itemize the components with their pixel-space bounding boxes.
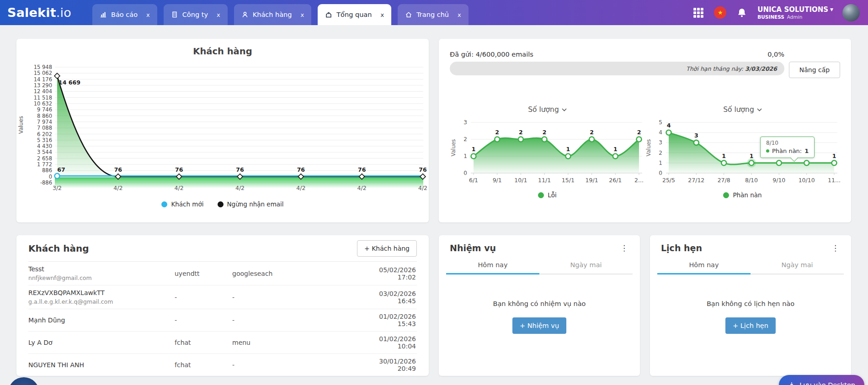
svg-text:Values: Values (450, 139, 457, 157)
svg-text:0: 0 (659, 170, 662, 176)
tasks-empty-text: Bạn không có nhiệm vụ nào (493, 300, 586, 307)
legend-item[interactable]: Ngừng nhận email (218, 200, 284, 208)
notifications-bell-icon[interactable] (735, 6, 748, 19)
tab-close-icon[interactable]: x (458, 11, 461, 18)
customers-table-body: Tesstnnfjkewnf@gmail.comuyendttgooglesea… (28, 262, 417, 376)
svg-text:2: 2 (659, 150, 662, 156)
errors-area-chart[interactable]: 0123122212126/19/110/111/115/119/126/12.… (450, 116, 645, 188)
svg-text:10/10: 10/10 (799, 177, 815, 184)
chat-fab-button[interactable] (8, 377, 39, 385)
svg-text:11 518: 11 518 (34, 95, 52, 101)
building-icon (171, 11, 178, 18)
svg-text:4/2: 4/2 (357, 185, 367, 191)
customers-line-chart[interactable]: 15 94815 06214 17613 29012 40411 51810 6… (16, 60, 429, 197)
svg-text:3: 3 (694, 132, 698, 139)
svg-text:2 658: 2 658 (37, 155, 52, 162)
save-to-desktop-button[interactable]: Lưu vào Desktop (779, 375, 864, 385)
app-logo[interactable]: Salekit.io (7, 5, 71, 20)
svg-text:1: 1 (472, 146, 476, 153)
svg-text:76: 76 (175, 166, 183, 173)
upgrade-button[interactable]: Nâng cấp (789, 62, 840, 78)
appointments-empty-text: Bạn không có lịch hẹn nào (707, 300, 794, 307)
email-progress-bar: Thời hạn tháng này: 3/03/2026 (450, 62, 784, 75)
tab-tasks-today[interactable]: Hôm nay (446, 258, 539, 274)
svg-text:Values: Values (645, 139, 652, 157)
avatar[interactable] (842, 4, 860, 21)
svg-text:1: 1 (613, 146, 618, 153)
svg-text:13 290: 13 290 (34, 82, 52, 89)
tab-bao-cao[interactable]: Báo cáox (92, 4, 157, 25)
svg-text:2...: 2... (634, 177, 644, 184)
home-icon (405, 11, 412, 18)
complaints-chart-legend[interactable]: Phàn nàn (645, 191, 840, 199)
complaints-chart-metric-dropdown[interactable]: Số lượng (645, 105, 840, 116)
main-content: Khách hàng 15 94815 06214 17613 29012 40… (0, 25, 868, 376)
svg-text:25/5: 25/5 (662, 177, 675, 184)
errors-chart-legend[interactable]: Lỗi (450, 191, 645, 199)
chevron-down-icon: ▼ (830, 7, 833, 12)
overview-icon (325, 11, 332, 18)
svg-text:76: 76 (114, 166, 122, 173)
tab-tasks-tomorrow[interactable]: Ngày mai (539, 258, 633, 274)
apps-grid-icon[interactable] (692, 6, 705, 19)
chevron-down-icon (562, 108, 567, 111)
customer-row[interactable]: Tesstnnfjkewnf@gmail.comuyendttgooglesea… (28, 262, 417, 285)
emails-sent-label: Đã gửi: 4/600,000 emails (450, 51, 533, 58)
svg-text:3/2: 3/2 (53, 185, 62, 191)
tab-appointments-tomorrow[interactable]: Ngày mai (751, 258, 844, 274)
svg-text:15 948: 15 948 (34, 64, 52, 70)
svg-text:2: 2 (543, 129, 547, 136)
tab-close-icon[interactable]: x (217, 11, 220, 18)
add-customer-button[interactable]: + Khách hàng (357, 240, 417, 257)
svg-text:0: 0 (463, 170, 467, 176)
legend-item[interactable]: Khách mới (161, 200, 203, 208)
tab-close-icon[interactable]: x (301, 11, 304, 18)
tab-trang-chu[interactable]: Trang chủx (398, 4, 469, 25)
customer-row[interactable]: REXzVXBQPAMXLawkTTg.a.ll.e.g.kl.er.k.q@g… (28, 285, 417, 309)
svg-text:7 088: 7 088 (37, 125, 52, 131)
chart-legend: Khách mới Ngừng nhận email (16, 198, 429, 210)
svg-text:2: 2 (519, 129, 523, 136)
svg-text:6/1: 6/1 (469, 177, 478, 184)
tab-bar: Báo cáoxCông tyxKhách hàngxTổng quanxTra… (92, 4, 469, 25)
tab-khach-hang[interactable]: Khách hàngx (234, 4, 312, 25)
customer-row[interactable]: NGUYEN THI ANHfchat-30/01/2026 20:49 (28, 353, 417, 376)
svg-text:1: 1 (659, 160, 662, 166)
errors-chart-metric-dropdown[interactable]: Số lượng (450, 105, 645, 116)
tasks-panel: Nhiệm vụ ⋮ Hôm nay Ngày mai Bạn không có… (439, 235, 640, 376)
svg-text:67: 67 (57, 166, 65, 173)
kebab-menu-icon[interactable]: ⋮ (830, 243, 841, 253)
tab-cong-ty[interactable]: Công tyx (164, 4, 228, 25)
tab-close-icon[interactable]: x (380, 11, 384, 18)
svg-text:2: 2 (463, 136, 467, 142)
svg-text:1: 1 (566, 146, 570, 153)
tasks-panel-title: Nhiệm vụ (450, 243, 496, 253)
customer-row[interactable]: Ly A Dơfchatmenu01/02/2026 10:04 (28, 331, 417, 353)
kebab-menu-icon[interactable]: ⋮ (618, 243, 630, 253)
language-flag-icon[interactable]: ★ (714, 6, 726, 19)
tasks-tabs: Hôm nay Ngày mai (446, 258, 633, 274)
svg-text:8 860: 8 860 (37, 113, 52, 119)
add-appointment-button[interactable]: + Lịch hẹn (725, 317, 776, 334)
appointments-panel-title: Lịch hẹn (661, 243, 702, 253)
customer-row[interactable]: Mạnh Dũng--01/02/2026 15:43 (28, 309, 417, 331)
svg-text:0: 0 (49, 174, 52, 180)
svg-text:76: 76 (236, 166, 244, 173)
svg-text:11...: 11... (828, 177, 840, 184)
svg-text:10/1: 10/1 (514, 177, 527, 184)
tab-tong-quan[interactable]: Tổng quanx (318, 4, 391, 25)
legend-dot-icon (538, 192, 544, 198)
svg-text:886: 886 (42, 167, 52, 174)
chart-title: Khách hàng (16, 46, 429, 57)
tab-close-icon[interactable]: x (146, 11, 150, 18)
svg-text:6 202: 6 202 (37, 131, 52, 137)
svg-text:2: 2 (590, 129, 594, 136)
svg-text:14 176: 14 176 (34, 76, 52, 83)
account-menu[interactable]: UNICA SOLUTIONS▼ BUSINESSAdmin (757, 5, 833, 20)
download-icon (788, 381, 795, 385)
add-task-button[interactable]: + Nhiệm vụ (512, 317, 566, 334)
svg-text:1: 1 (832, 153, 836, 159)
svg-text:4: 4 (659, 129, 662, 136)
tab-appointments-today[interactable]: Hôm nay (657, 258, 751, 274)
svg-text:76: 76 (358, 166, 366, 173)
